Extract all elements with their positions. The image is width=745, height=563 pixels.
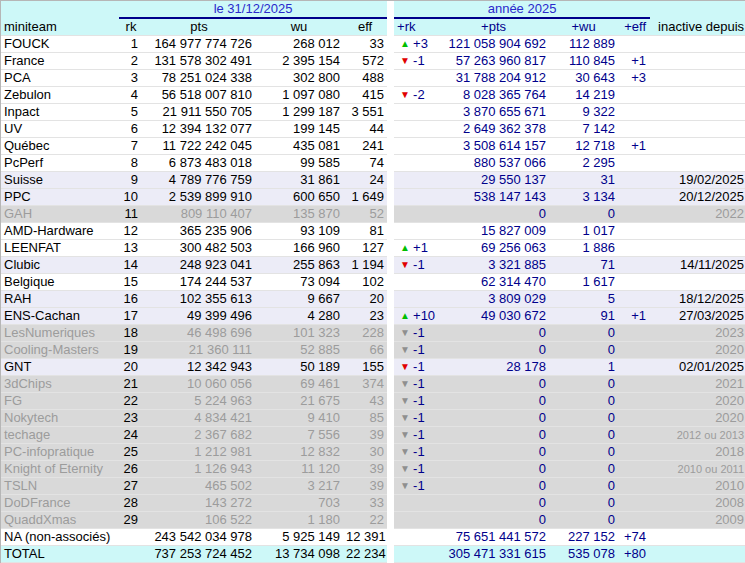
- column-separator: [387, 529, 394, 546]
- team-name-cell: PC-infopratique: [1, 444, 119, 461]
- points-gain-cell: 49 030 672: [438, 308, 549, 325]
- workunits-cell: 50 189: [255, 359, 343, 376]
- team-name-cell: TOTAL: [1, 546, 119, 563]
- wu-gain-cell: 1: [549, 359, 618, 376]
- wu-gain-cell: 1 886: [549, 240, 618, 257]
- points-gain-cell: 2 649 362 378: [438, 121, 549, 138]
- points-gain-cell: 0: [438, 444, 549, 461]
- column-separator: [387, 189, 394, 206]
- team-name-cell: UV: [1, 121, 119, 138]
- column-separator: [387, 206, 394, 223]
- team-row: Clubic14248 923 041255 8631 194▼-13 321 …: [1, 257, 745, 274]
- column-separator: [387, 478, 394, 495]
- rank-down-icon: ▼: [400, 359, 413, 375]
- col-header-eff: eff: [343, 19, 387, 36]
- points-cell: 4 834 421: [143, 410, 255, 427]
- workunits-cell: 600 650: [255, 189, 343, 206]
- team-name-cell: LesNumeriques: [1, 325, 119, 342]
- efficiency-cell: 415: [343, 87, 387, 104]
- efficiency-cell: 23: [343, 308, 387, 325]
- points-cell: 243 542 034 978: [143, 529, 255, 546]
- team-name-cell: France: [1, 53, 119, 70]
- points-gain-cell: 0: [438, 461, 549, 478]
- column-separator: [387, 70, 394, 87]
- inactive-since-cell: 2022: [650, 206, 745, 223]
- efficiency-cell: 52: [343, 206, 387, 223]
- team-name-cell: DoDFrance: [1, 495, 119, 512]
- eff-gain-cell: [618, 359, 650, 376]
- wu-gain-cell: 71: [549, 257, 618, 274]
- year-group-header: année 2025: [394, 1, 650, 19]
- points-gain-cell: 57 263 960 817: [438, 53, 549, 70]
- team-name-cell: NA (non-associés): [1, 529, 119, 546]
- efficiency-cell: 74: [343, 155, 387, 172]
- rank-change-cell: ▼-1: [394, 342, 438, 359]
- points-cell: 1 126 943: [143, 461, 255, 478]
- rank-cell: 29: [119, 512, 143, 529]
- points-gain-cell: 538 147 143: [438, 189, 549, 206]
- snapshot-date-group-header: le 31/12/2025: [119, 1, 387, 19]
- workunits-cell: 135 870: [255, 206, 343, 223]
- workunits-cell: 11 120: [255, 461, 343, 478]
- stats-table-body: FOUCK1164 977 774 726268 01233▲+3121 058…: [1, 36, 745, 563]
- points-gain-cell: 0: [438, 376, 549, 393]
- rank-change-cell: [394, 155, 438, 172]
- col-header-miniteam: miniteam: [1, 19, 119, 36]
- workunits-cell: 4 280: [255, 308, 343, 325]
- rank-change-value: +1: [413, 240, 428, 255]
- points-gain-cell: 0: [438, 512, 549, 529]
- team-row: PPC102 539 899 910600 6501 649538 147 14…: [1, 189, 745, 206]
- eff-gain-cell: [618, 291, 650, 308]
- rank-cell: 2: [119, 53, 143, 70]
- team-name-cell: GAH: [1, 206, 119, 223]
- rank-cell: 27: [119, 478, 143, 495]
- rank-change-value: -1: [413, 342, 425, 357]
- points-gain-cell: 15 827 009: [438, 223, 549, 240]
- column-separator: [387, 308, 394, 325]
- workunits-cell: 5 925 149: [255, 529, 343, 546]
- wu-gain-cell: 110 845: [549, 53, 618, 70]
- points-cell: 2 367 682: [143, 427, 255, 444]
- rank-change-value: -1: [413, 376, 425, 391]
- workunits-cell: 9 667: [255, 291, 343, 308]
- wu-gain-cell: 91: [549, 308, 618, 325]
- wu-gain-cell: 0: [549, 376, 618, 393]
- team-name-cell: ENS-Cachan: [1, 308, 119, 325]
- column-separator: [387, 325, 394, 342]
- team-row: France2131 578 302 4912 395 154572▼-157 …: [1, 53, 745, 70]
- total-row: TOTAL737 253 724 45213 734 09822 234305 …: [1, 546, 745, 563]
- rank-change-cell: ▼-2: [394, 87, 438, 104]
- inactive-since-cell: 18/12/2025: [650, 291, 745, 308]
- inactive-since-cell: [650, 274, 745, 291]
- rank-cell: 6: [119, 121, 143, 138]
- rank-change-cell: ▼-1: [394, 257, 438, 274]
- points-cell: 131 578 302 491: [143, 53, 255, 70]
- efficiency-cell: 39: [343, 461, 387, 478]
- team-row: ENS-Cachan1749 399 4964 28023▲+1049 030 …: [1, 308, 745, 325]
- workunits-cell: 73 094: [255, 274, 343, 291]
- rank-cell: 17: [119, 308, 143, 325]
- workunits-cell: 31 861: [255, 172, 343, 189]
- rank-change-value: +10: [413, 308, 435, 323]
- eff-gain-cell: [618, 393, 650, 410]
- inactive-since-cell: [650, 155, 745, 172]
- team-row: PC-infopratique251 212 98112 83230▼-1002…: [1, 444, 745, 461]
- rank-change-cell: [394, 138, 438, 155]
- eff-gain-cell: [618, 444, 650, 461]
- workunits-cell: 93 109: [255, 223, 343, 240]
- workunits-cell: 1 097 080: [255, 87, 343, 104]
- inactive-since-cell: [650, 36, 745, 53]
- team-row: UV612 394 132 077199 145442 649 362 3787…: [1, 121, 745, 138]
- eff-gain-cell: [618, 223, 650, 240]
- points-cell: 102 355 613: [143, 291, 255, 308]
- eff-gain-cell: [618, 189, 650, 206]
- eff-gain-cell: +3: [618, 70, 650, 87]
- points-cell: 46 498 696: [143, 325, 255, 342]
- team-name-cell: AMD-Hardware: [1, 223, 119, 240]
- rank-up-icon: ▲: [400, 240, 413, 256]
- rank-down-icon: ▼: [400, 478, 413, 494]
- inactive-since-cell: 19/02/2025: [650, 172, 745, 189]
- efficiency-cell: 66: [343, 342, 387, 359]
- eff-gain-cell: [618, 427, 650, 444]
- eff-gain-cell: +1: [618, 308, 650, 325]
